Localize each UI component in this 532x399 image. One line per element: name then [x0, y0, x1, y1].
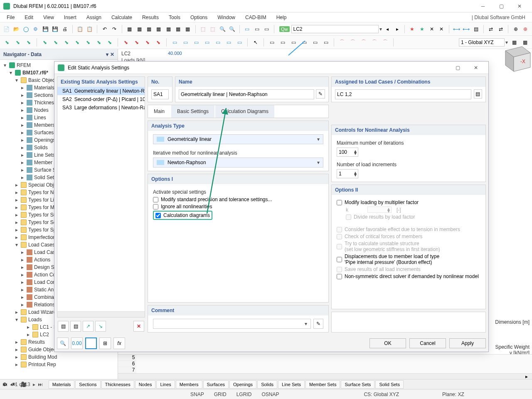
- bottom-tab[interactable]: Sections: [75, 380, 100, 389]
- tab-calc-diagrams[interactable]: Calculation Diagrams: [215, 105, 274, 118]
- bottom-tab[interactable]: Surface Sets: [341, 380, 374, 389]
- dlg-maximize-button[interactable]: ▢: [448, 62, 467, 74]
- assigned-input[interactable]: [335, 89, 471, 99]
- t2-bridge2-icon[interactable]: ⌒: [348, 38, 357, 47]
- menu-results[interactable]: Results: [138, 14, 163, 21]
- t2-bridge1-icon[interactable]: ⌒: [337, 38, 347, 47]
- t2-box5-icon[interactable]: ▭: [310, 38, 320, 47]
- lt-up-icon[interactable]: ↗: [83, 321, 94, 332]
- lt-copy-icon[interactable]: ▤: [70, 321, 81, 332]
- tool-copy-icon[interactable]: 📋: [76, 25, 84, 34]
- lc-input[interactable]: [291, 25, 379, 33]
- menu-assign[interactable]: Assign: [82, 14, 106, 21]
- menu-tools[interactable]: Tools: [165, 14, 185, 21]
- t2-box1-icon[interactable]: ▭: [267, 38, 276, 47]
- tool-grid5-icon[interactable]: ▦: [164, 25, 172, 34]
- dlg-fx-icon[interactable]: fx: [113, 337, 125, 349]
- menu-file[interactable]: File: [2, 14, 19, 21]
- menu-edit[interactable]: Edit: [20, 14, 37, 21]
- t2-5-icon[interactable]: ⬊: [51, 38, 60, 47]
- tree-folder[interactable]: ▸Building Mod: [2, 353, 118, 361]
- tool-select1-icon[interactable]: ⬚: [199, 25, 207, 34]
- tool-save-icon[interactable]: 💾: [42, 25, 49, 34]
- tool-prev-icon[interactable]: ◂: [384, 25, 392, 34]
- menu-view[interactable]: View: [39, 14, 58, 21]
- tool-grid4-icon[interactable]: ▦: [155, 25, 163, 34]
- tool-saveas-icon[interactable]: 💾: [51, 25, 59, 34]
- tool-x1-icon[interactable]: ✕: [428, 25, 436, 34]
- t2-11-icon[interactable]: ⬊: [121, 38, 131, 47]
- bottom-tab[interactable]: Nodes: [135, 380, 156, 389]
- menu-calculate[interactable]: Calculate: [107, 14, 136, 21]
- tool-next-icon[interactable]: ▸: [393, 25, 401, 34]
- close-button[interactable]: ✕: [510, 0, 529, 12]
- analysis-type-combo[interactable]: Geometrically linear ▾: [153, 134, 323, 144]
- t2-14-icon[interactable]: ⬊: [154, 38, 163, 47]
- tool-paste-icon[interactable]: 📋: [86, 25, 94, 34]
- menu-cadbim[interactable]: CAD-BIM: [241, 14, 271, 21]
- tool-undo-icon[interactable]: ↶: [101, 25, 108, 34]
- t2-box6-icon[interactable]: ▭: [321, 38, 330, 47]
- dlg-close-button[interactable]: ✕: [467, 62, 485, 74]
- tab-basic-settings[interactable]: Basic Settings: [171, 105, 214, 118]
- t2-10-icon[interactable]: ⬊: [105, 38, 114, 47]
- status-osnap[interactable]: OSNAP: [261, 392, 279, 397]
- dlg-num-icon[interactable]: 0.00: [71, 337, 83, 349]
- t2-17-icon[interactable]: ▭: [192, 38, 201, 47]
- status-gear-icon[interactable]: ⚙: [2, 382, 7, 387]
- status-grid[interactable]: GRID: [214, 392, 227, 397]
- menu-options[interactable]: Options: [186, 14, 212, 21]
- t2-16-icon[interactable]: ▭: [181, 38, 190, 47]
- tool-select2-icon[interactable]: ⬚: [209, 25, 217, 34]
- bottom-tab[interactable]: Members: [176, 380, 202, 389]
- tool-grid2-icon[interactable]: ▦: [135, 25, 143, 34]
- tool-star2-icon[interactable]: ★: [418, 25, 426, 34]
- tool-snap-icon[interactable]: ⊕: [512, 25, 520, 34]
- iter-method-combo[interactable]: Newton-Raphson ▾: [153, 158, 323, 167]
- t2-2-icon[interactable]: ⬊: [13, 38, 22, 47]
- tool-grid3-icon[interactable]: ▦: [145, 25, 153, 34]
- tool-layer-icon[interactable]: ▤: [472, 25, 480, 34]
- tool-view3-icon[interactable]: ▭: [263, 25, 271, 34]
- t2-20-icon[interactable]: ▭: [224, 38, 233, 47]
- name-input[interactable]: [179, 89, 314, 99]
- bottom-tab[interactable]: Surfaces: [203, 380, 229, 389]
- chk-nonsymmetric-solver[interactable]: Non-symmetric direct solver if demanded …: [337, 273, 480, 279]
- t2-15-icon[interactable]: ▭: [170, 38, 179, 47]
- sa-row[interactable]: SA3Large deformations | Newton-Raphson: [57, 103, 145, 112]
- tool-zoomfit-icon[interactable]: 🔍: [218, 25, 226, 34]
- btab-last-icon[interactable]: ⏭: [38, 382, 43, 387]
- tool-grid7-icon[interactable]: ▦: [184, 25, 192, 34]
- no-input[interactable]: [151, 89, 169, 99]
- t2-9-icon[interactable]: ⬊: [94, 38, 103, 47]
- t2-cursor-icon[interactable]: ↖: [251, 38, 260, 47]
- t2-bridge5-icon[interactable]: ⌒: [381, 38, 390, 47]
- t2-13-icon[interactable]: ⬊: [143, 38, 152, 47]
- tool-new-icon[interactable]: 📄: [2, 25, 10, 34]
- status-camera-icon[interactable]: 🎥: [20, 382, 27, 387]
- tool-x2-icon[interactable]: ✕: [437, 25, 445, 34]
- tool-star1-icon[interactable]: ★: [408, 25, 416, 34]
- bottom-tab[interactable]: Thicknesses: [101, 380, 134, 389]
- lt-down-icon[interactable]: ↘: [95, 321, 106, 332]
- t2-1-icon[interactable]: ⬊: [2, 38, 12, 47]
- bottom-tab[interactable]: Solid Sets: [375, 380, 404, 389]
- tool-redo-icon[interactable]: ↷: [111, 25, 118, 34]
- menu-help[interactable]: Help: [272, 14, 291, 21]
- assigned-list-icon[interactable]: ▤: [474, 89, 482, 99]
- lt-new-icon[interactable]: ▤: [58, 321, 69, 332]
- btab-next-icon[interactable]: ▸: [33, 382, 35, 387]
- bottom-tab[interactable]: Openings: [229, 380, 256, 389]
- t2-19-icon[interactable]: ▭: [213, 38, 222, 47]
- ok-button[interactable]: OK: [369, 338, 406, 348]
- t2-8-icon[interactable]: ⬊: [84, 38, 93, 47]
- bottom-tab[interactable]: Materials: [49, 380, 75, 389]
- tab-main[interactable]: Main: [148, 105, 170, 118]
- nav-close-icon[interactable]: ✕: [110, 52, 114, 57]
- bottom-tab[interactable]: Line Sets: [278, 380, 305, 389]
- lc-combo[interactable]: Qw ▾: [279, 25, 382, 33]
- bottom-tab[interactable]: Solids: [257, 380, 277, 389]
- chk-modify-loading[interactable]: Modify loading by multiplier factor: [337, 200, 480, 205]
- tool-grid1-icon[interactable]: ▦: [126, 25, 133, 34]
- t2-7-icon[interactable]: ⬊: [73, 38, 82, 47]
